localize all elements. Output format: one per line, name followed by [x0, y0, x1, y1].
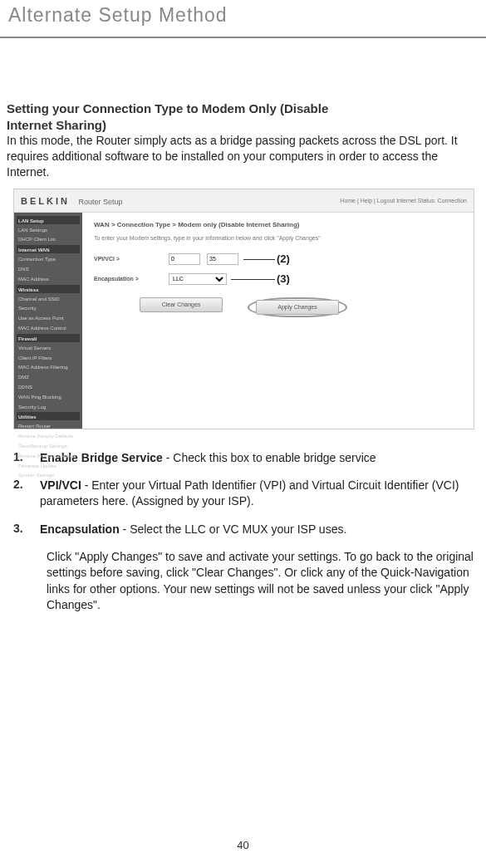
callout-2: (2): [277, 253, 290, 265]
screenshot-topbar: BELKIN Router Setup Home | Help | Logout…: [14, 189, 474, 213]
button-row: Clear Changes Apply Changes: [140, 297, 462, 317]
list-text: Enable Bridge Service - Check this box t…: [40, 450, 376, 466]
router-setup-screenshot: BELKIN Router Setup Home | Help | Logout…: [13, 189, 474, 429]
list-item-1: 1. Enable Bridge Service - Check this bo…: [13, 450, 479, 466]
list-desc: - Enter your Virtual Path Identifier (VP…: [40, 478, 459, 508]
sidebar-item: Security: [17, 304, 80, 314]
apply-changes-button[interactable]: Apply Changes: [256, 300, 339, 315]
sidebar-item: Channel and SSID: [17, 295, 80, 305]
numbered-list: 1. Enable Bridge Service - Check this bo…: [13, 450, 479, 614]
sidebar-item: DDNS: [17, 383, 80, 393]
list-term: Encapsulation: [40, 522, 120, 536]
sidebar-item: Security Log: [17, 403, 80, 413]
sidebar-item: System Settings: [17, 471, 80, 481]
callout-line-3: [231, 279, 275, 280]
list-item-3: 3. Encapsulation - Select the LLC or VC …: [13, 522, 479, 537]
encapsulation-select[interactable]: LLC: [169, 273, 227, 285]
screenshot-sidebar: LAN Setup LAN Settings DHCP Client List …: [14, 213, 82, 429]
screenshot-breadcrumb: WAN > Connection Type > Modem only (Disa…: [94, 221, 462, 228]
section-heading-line2: Internet Sharing): [7, 117, 479, 134]
sidebar-item: MAC Address: [17, 275, 80, 285]
sidebar-item: Restore Factory Defaults: [17, 432, 80, 442]
list-desc: - Select the LLC or VC MUX your ISP uses…: [120, 522, 347, 536]
list-text: VPI/VCI - Enter your Virtual Path Identi…: [40, 478, 479, 510]
sidebar-item: DMZ: [17, 373, 80, 383]
sidebar-item: Virtual Servers: [17, 344, 80, 354]
callout-3: (3): [277, 272, 290, 285]
vpi-input[interactable]: [169, 253, 200, 265]
page-header-title: Alternate Setup Method: [7, 4, 479, 27]
clear-changes-button[interactable]: Clear Changes: [140, 297, 223, 312]
section-heading: Setting your Connection Type to Modem On…: [7, 101, 479, 133]
sidebar-item: LAN Settings: [17, 226, 80, 236]
sidebar-item: Client IP Filters: [17, 354, 80, 364]
sidebar-item: Connection Type: [17, 255, 80, 265]
sidebar-item: Restart Router: [17, 422, 80, 432]
sidebar-item: Use as Access Point: [17, 314, 80, 324]
vpi-vci-row: VPI/VCI > (2): [94, 253, 462, 265]
followup-paragraph: Click "Apply Changes" to save and activa…: [47, 549, 479, 613]
sidebar-item: MAC Address Control: [17, 324, 80, 334]
vpi-vci-label: VPI/VCI >: [94, 256, 169, 262]
header-divider: [0, 37, 486, 38]
list-number: 3.: [13, 522, 40, 537]
sidebar-item: Firmware Update: [17, 462, 80, 472]
list-item-2: 2. VPI/VCI - Enter your Virtual Path Ide…: [13, 478, 479, 510]
screenshot-body: LAN Setup LAN Settings DHCP Client List …: [14, 213, 474, 429]
sidebar-section-firewall: Firewall: [17, 334, 80, 342]
sidebar-section-lan: LAN Setup: [17, 216, 80, 224]
sidebar-section-utilities: Utilities: [17, 412, 80, 420]
sidebar-item: MAC Address Filtering: [17, 363, 80, 373]
belkin-logo: BELKIN: [21, 196, 70, 206]
apply-highlight-circle: Apply Changes: [248, 297, 347, 317]
section-heading-line1: Setting your Connection Type to Modem On…: [7, 101, 479, 117]
sidebar-section-wireless: Wireless: [17, 285, 80, 293]
logo-subtitle: Router Setup: [78, 198, 122, 206]
sidebar-item: DNS: [17, 265, 80, 275]
callout-line-2: [243, 259, 275, 260]
screenshot-instruction: To enter your Modem settings, type in yo…: [94, 235, 462, 241]
encapsulation-label: Encapsulation >: [94, 276, 169, 282]
vci-input[interactable]: [207, 253, 238, 265]
sidebar-section-wan: Internet WAN: [17, 245, 80, 253]
screenshot-main: WAN > Connection Type > Modem only (Disa…: [82, 213, 474, 429]
intro-paragraph: In this mode, the Router simply acts as …: [7, 133, 479, 180]
page-number: 40: [237, 839, 248, 851]
list-number: 2.: [13, 478, 40, 510]
sidebar-item: Save/Backup Settings: [17, 442, 80, 452]
topbar-links: Home | Help | Logout Internet Status: Co…: [340, 198, 467, 204]
list-desc: - Check this box to enable bridge servic…: [163, 451, 376, 464]
sidebar-item: DHCP Client List: [17, 235, 80, 245]
list-text: Encapsulation - Select the LLC or VC MUX…: [40, 522, 346, 537]
encapsulation-row: Encapsulation > LLC (3): [94, 273, 462, 285]
sidebar-item: WAN Ping Blocking: [17, 393, 80, 403]
sidebar-item: Restore Previous Settings: [17, 452, 80, 462]
